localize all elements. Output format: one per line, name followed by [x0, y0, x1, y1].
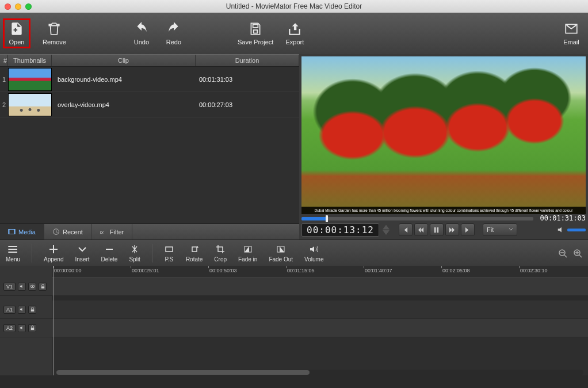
rotate-button[interactable]: Rotate	[186, 244, 203, 263]
volume-level[interactable]	[567, 229, 586, 231]
track-header-a2[interactable]: A2	[0, 319, 52, 337]
tab-media[interactable]: Media	[0, 224, 44, 239]
ruler-tick: 00:00:50:03	[209, 268, 237, 273]
track-row-v1[interactable]	[52, 277, 588, 296]
forward-icon	[449, 227, 455, 233]
svg-point-8	[8, 249, 9, 250]
tab-filter[interactable]: fx Filter	[91, 224, 132, 239]
email-button[interactable]: Email	[560, 21, 582, 45]
tab-recent[interactable]: Recent	[44, 224, 91, 239]
split-button[interactable]: Split	[129, 244, 140, 263]
zoom-out-icon[interactable]	[558, 249, 567, 258]
open-file-icon	[9, 21, 24, 36]
lock-toggle[interactable]	[39, 283, 47, 291]
fadein-label: Fade in	[238, 256, 257, 263]
export-button[interactable]: Export	[284, 21, 306, 45]
clock-icon	[52, 228, 60, 235]
rewind-button[interactable]	[414, 223, 428, 236]
track-body[interactable]: 00:00:00:0000:00:25:0100:00:50:0300:01:1…	[52, 266, 588, 375]
zoom-in-icon[interactable]	[573, 249, 582, 258]
lock-toggle[interactable]	[28, 324, 36, 332]
speaker-icon	[20, 284, 25, 289]
redo-button[interactable]: Redo	[163, 21, 185, 45]
track-label: A1	[3, 306, 16, 314]
time-ruler[interactable]: 00:00:00:0000:00:25:0100:00:50:0300:01:1…	[52, 266, 588, 277]
append-button[interactable]: Append	[44, 244, 63, 263]
media-row[interactable]: 1 background-video.mp4 00:01:31:03	[0, 67, 299, 92]
hide-toggle[interactable]	[28, 283, 36, 291]
tab-media-label: Media	[18, 229, 36, 235]
tab-recent-label: Recent	[63, 229, 83, 235]
svg-rect-1	[9, 229, 10, 234]
pause-button[interactable]	[430, 223, 444, 236]
track-header-a1[interactable]: A1	[0, 300, 52, 319]
svg-rect-19	[30, 310, 33, 312]
delete-button[interactable]: Delete	[101, 244, 118, 263]
clip-name: overlay-video.mp4	[52, 101, 196, 108]
lock-icon	[30, 325, 35, 330]
track-row-a2[interactable]	[52, 319, 588, 337]
crop-label: Crop	[214, 256, 227, 263]
tab-filter-label: Filter	[110, 229, 124, 235]
volume-control[interactable]	[557, 226, 586, 234]
pause-icon	[433, 227, 440, 233]
scrub-bar[interactable]	[301, 217, 533, 220]
svg-point-7	[8, 246, 9, 247]
clip-duration: 00:00:27:03	[196, 101, 299, 108]
preview-video[interactable]: Dubai Miracle Garden has more than 45 mi…	[301, 56, 586, 214]
timecode-stepper[interactable]	[383, 225, 390, 235]
undo-button[interactable]: Undo	[131, 21, 152, 45]
append-label: Append	[44, 256, 63, 263]
lock-icon	[30, 307, 35, 312]
minus-icon	[104, 244, 114, 254]
track-headers: V1 A1 A2	[0, 266, 52, 375]
mute-toggle[interactable]	[18, 283, 26, 291]
aspect-icon	[164, 244, 174, 254]
undo-label: Undo	[134, 39, 149, 45]
forward-button[interactable]	[445, 223, 459, 236]
ps-button[interactable]: P.S	[164, 244, 174, 263]
zoom-fit-select[interactable]: Fit	[483, 223, 517, 236]
save-project-button[interactable]: Save Project	[238, 21, 273, 45]
open-button[interactable]: Open	[6, 21, 28, 45]
total-duration: 00:01:31:03	[540, 214, 586, 222]
lock-toggle[interactable]	[28, 306, 36, 314]
remove-button[interactable]: Remove	[43, 21, 66, 45]
skip-end-icon	[464, 227, 471, 233]
chevron-down-icon	[509, 227, 513, 232]
playhead[interactable]	[54, 266, 54, 375]
timeline-hscrollbar[interactable]	[56, 370, 583, 375]
ruler-tick: 00:01:40:07	[365, 268, 392, 273]
media-row[interactable]: 2 overlay-video.mp4 00:00:27:03	[0, 92, 299, 117]
mute-toggle[interactable]	[18, 306, 26, 314]
scrub-knob[interactable]	[326, 215, 328, 222]
video-frame	[301, 56, 586, 214]
split-icon	[129, 244, 140, 254]
volume-button[interactable]: Volume	[304, 244, 323, 263]
fadeout-button[interactable]: Fade Out	[269, 244, 293, 263]
menu-label: Menu	[6, 256, 20, 263]
col-dur[interactable]: Duration	[196, 55, 299, 66]
col-clip[interactable]: Clip	[52, 55, 196, 66]
media-tabs: Media Recent fx Filter	[0, 223, 299, 239]
ruler-tick: 00:00:00:00	[54, 268, 82, 273]
track-header-v1[interactable]: V1	[0, 277, 52, 296]
col-thumb[interactable]: Thumbnails	[8, 55, 52, 66]
skip-start-button[interactable]	[399, 223, 413, 236]
fadein-button[interactable]: Fade in	[238, 244, 257, 263]
scrollbar-thumb[interactable]	[56, 370, 310, 375]
track-label: A2	[3, 324, 16, 332]
mute-toggle[interactable]	[18, 324, 26, 332]
track-row-a1[interactable]	[52, 300, 588, 319]
filmstrip-icon	[8, 228, 16, 235]
timecode-display[interactable]: 00:00:13:12	[301, 223, 379, 237]
insert-button[interactable]: Insert	[75, 244, 90, 263]
svg-rect-5	[434, 227, 436, 232]
clip-thumbnail	[8, 93, 52, 116]
eye-icon	[30, 284, 35, 289]
timeline-menu-button[interactable]: Menu	[6, 244, 20, 263]
skip-end-button[interactable]	[461, 223, 475, 236]
col-num[interactable]: #	[0, 55, 8, 66]
crop-button[interactable]: Crop	[214, 244, 227, 263]
ruler-tick: 00:00:25:01	[132, 268, 159, 273]
